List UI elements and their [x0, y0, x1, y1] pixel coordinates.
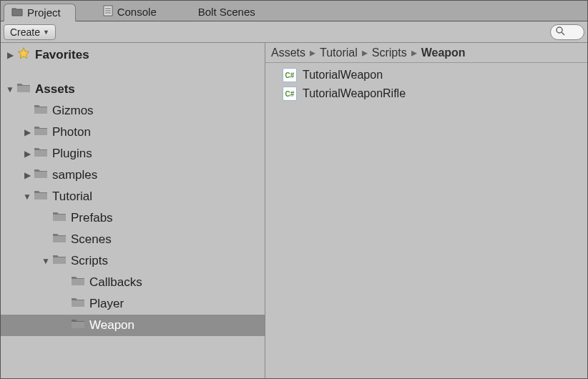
tree-scripts[interactable]: ▼ Scripts: [1, 250, 265, 272]
tree-label: Weapon: [87, 318, 134, 333]
tab-project-label: Project: [27, 6, 61, 19]
folder-icon: [71, 318, 85, 333]
tree-label: samples: [49, 168, 97, 182]
dropdown-icon: ▼: [43, 29, 49, 36]
folder-icon: [52, 232, 67, 247]
console-icon: [103, 5, 113, 19]
tree-label: Assets: [32, 82, 75, 97]
expand-icon[interactable]: ▶: [22, 170, 32, 180]
create-button-label: Create: [10, 26, 40, 38]
svg-point-4: [557, 27, 562, 33]
collapse-icon[interactable]: ▼: [5, 84, 15, 94]
collapse-icon[interactable]: ▼: [22, 192, 32, 202]
tab-project[interactable]: Project: [4, 4, 76, 21]
tree-photon[interactable]: ▶ Photon: [1, 122, 265, 143]
tree-label: Prefabs: [68, 211, 113, 225]
tree-label: Tutorial: [49, 190, 92, 204]
tab-console-label: Console: [117, 6, 157, 18]
file-name: TutorialWeaponRifle: [303, 87, 406, 100]
search-input[interactable]: [550, 24, 584, 40]
tree-samples[interactable]: ▶ samples: [1, 164, 265, 186]
svg-line-5: [562, 32, 564, 35]
expand-icon[interactable]: ▶: [22, 127, 32, 137]
collapse-icon[interactable]: ▼: [41, 256, 51, 266]
folder-icon: [34, 125, 48, 140]
folder-icon: [34, 190, 48, 205]
folder-icon: [34, 104, 48, 119]
tree-label: Plugins: [49, 147, 92, 161]
create-button[interactable]: Create ▼: [4, 24, 56, 40]
tab-bolt-scenes[interactable]: Bolt Scenes: [191, 3, 270, 21]
tree-assets[interactable]: ▼ Assets: [1, 79, 265, 100]
tree-plugins[interactable]: ▶ Plugins: [1, 143, 265, 164]
tree-player[interactable]: Player: [1, 293, 265, 315]
star-icon: [16, 46, 31, 64]
chevron-right-icon: ▸: [362, 46, 368, 59]
tab-bar: Project Console Bolt Scenes: [1, 1, 587, 21]
chevron-right-icon: ▸: [411, 46, 417, 59]
csharp-icon: C#: [283, 68, 297, 82]
main-split: ▶ Favorites ▼ Assets Gizmos: [1, 43, 587, 378]
tree-label: Photon: [49, 125, 91, 139]
tree-label: Gizmos: [49, 104, 94, 118]
file-name: TutorialWeapon: [303, 69, 383, 82]
tree-callbacks[interactable]: Callbacks: [1, 272, 265, 293]
tree-favorites[interactable]: ▶ Favorites: [1, 44, 265, 66]
csharp-icon: C#: [283, 87, 297, 101]
folder-icon: [34, 147, 48, 162]
breadcrumb-item[interactable]: Scripts: [372, 46, 407, 59]
expand-icon[interactable]: ▶: [22, 149, 32, 159]
spacer: [1, 66, 265, 79]
project-tree: ▶ Favorites ▼ Assets Gizmos: [1, 43, 265, 378]
tree-gizmos[interactable]: Gizmos: [1, 100, 265, 122]
tree-prefabs[interactable]: Prefabs: [1, 207, 265, 229]
folder-icon: [71, 275, 85, 290]
file-list: C# TutorialWeapon C# TutorialWeaponRifle: [265, 63, 587, 106]
search-icon: [555, 26, 565, 39]
chevron-right-icon: ▸: [310, 46, 315, 59]
tree-label: Callbacks: [87, 275, 142, 290]
folder-icon: [52, 211, 67, 226]
tree-label: Player: [87, 297, 124, 311]
tab-console[interactable]: Console: [96, 3, 171, 21]
tree-label: Favorites: [32, 48, 89, 62]
list-item[interactable]: C# TutorialWeapon: [265, 66, 587, 84]
tree-weapon[interactable]: Weapon: [1, 315, 265, 336]
tree-scenes[interactable]: Scenes: [1, 229, 265, 250]
folder-icon: [16, 82, 31, 97]
breadcrumb-item-current: Weapon: [421, 46, 466, 59]
project-icon: [11, 6, 23, 19]
breadcrumb-item[interactable]: Assets: [271, 46, 305, 59]
tree-tutorial[interactable]: ▼ Tutorial: [1, 186, 265, 207]
tree-label: Scripts: [68, 254, 108, 268]
tree: ▶ Favorites ▼ Assets Gizmos: [1, 44, 265, 336]
expand-icon[interactable]: ▶: [5, 50, 15, 60]
folder-icon: [34, 168, 48, 183]
toolbar: Create ▼: [1, 21, 587, 43]
breadcrumb: Assets ▸ Tutorial ▸ Scripts ▸ Weapon: [265, 43, 587, 63]
content-panel: Assets ▸ Tutorial ▸ Scripts ▸ Weapon C# …: [265, 43, 587, 378]
folder-icon: [71, 297, 85, 312]
tab-bolt-label: Bolt Scenes: [198, 6, 255, 18]
tree-label: Scenes: [68, 232, 112, 247]
breadcrumb-item[interactable]: Tutorial: [320, 46, 358, 59]
folder-icon: [52, 254, 67, 269]
list-item[interactable]: C# TutorialWeaponRifle: [265, 84, 587, 103]
